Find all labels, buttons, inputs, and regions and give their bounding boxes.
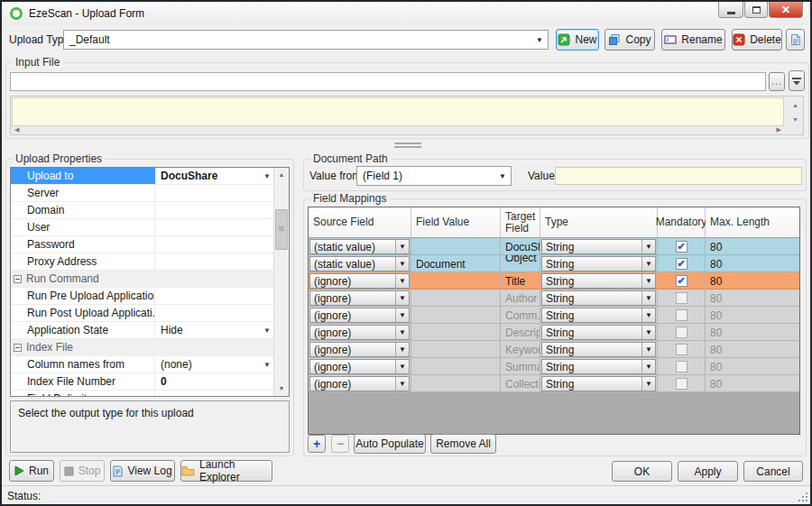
source-field-select[interactable]: (ignore)▼ — [309, 325, 410, 340]
chevron-down-icon[interactable]: ▼ — [395, 343, 409, 356]
source-field-select[interactable]: (ignore)▼ — [309, 290, 410, 306]
property-value[interactable] — [155, 236, 273, 253]
column-header-target-field[interactable]: Target Field — [501, 207, 540, 238]
collapse-minus-icon[interactable] — [14, 275, 22, 283]
chevron-down-icon[interactable]: ▼ — [641, 343, 655, 356]
chevron-down-icon[interactable]: ▼ — [395, 274, 409, 288]
maximize-button[interactable] — [744, 2, 768, 18]
chevron-down-icon[interactable]: ▼ — [395, 291, 409, 305]
splitter-handle[interactable] — [394, 143, 421, 149]
field-value-cell[interactable] — [411, 375, 501, 392]
scrollbar-thumb[interactable] — [275, 209, 288, 250]
property-group-row[interactable]: Run Command — [11, 271, 273, 288]
source-field-select[interactable]: (ignore)▼ — [309, 376, 410, 391]
property-value[interactable] — [155, 202, 273, 218]
type-select[interactable]: String▼ — [541, 342, 656, 357]
collapse-minus-icon[interactable] — [14, 344, 22, 352]
upload-doc-button[interactable] — [786, 29, 805, 51]
mandatory-checkbox[interactable] — [676, 327, 687, 338]
mandatory-checkbox[interactable] — [676, 361, 687, 373]
new-button[interactable]: New — [556, 29, 599, 51]
upload-type-select[interactable]: _Default ▼ — [63, 30, 549, 50]
type-select[interactable]: String▼ — [541, 290, 656, 306]
property-name[interactable]: Run Post Upload Applicati... — [11, 305, 155, 321]
chevron-down-icon[interactable]: ▼ — [395, 360, 409, 373]
property-name[interactable]: Index File Number — [11, 373, 155, 390]
ok-button[interactable]: OK — [612, 461, 672, 482]
target-field-cell[interactable]: Object ... — [501, 255, 540, 272]
scroll-right-icon[interactable]: ▶ — [777, 126, 781, 133]
cancel-button[interactable]: Cancel — [743, 461, 803, 482]
launch-explorer-button[interactable]: Launch Explorer — [180, 460, 272, 482]
scroll-up-icon[interactable]: ▲ — [792, 102, 798, 108]
property-name[interactable]: Server — [11, 185, 155, 201]
source-field-select[interactable]: (ignore)▼ — [309, 342, 410, 357]
max-length-cell[interactable]: 80 — [706, 255, 799, 272]
scroll-left-icon[interactable]: ◀ — [14, 126, 19, 133]
mandatory-checkbox[interactable] — [676, 309, 687, 321]
scroll-up-icon[interactable]: ▲ — [274, 168, 289, 182]
type-select[interactable]: String▼ — [541, 376, 656, 391]
property-name[interactable]: Proxy Address — [11, 253, 155, 270]
max-length-cell[interactable]: 80 — [706, 290, 799, 307]
source-field-select[interactable]: (static value)▼ — [309, 256, 410, 271]
column-header-field-value[interactable]: Field Value — [411, 207, 501, 238]
type-select[interactable]: String▼ — [541, 273, 656, 289]
document-path-value-field[interactable] — [555, 167, 802, 185]
field-value-cell[interactable] — [411, 238, 501, 255]
chevron-down-icon[interactable]: ▼ — [395, 240, 409, 253]
property-value[interactable] — [155, 219, 273, 235]
type-select[interactable]: String▼ — [541, 359, 656, 374]
field-value-cell[interactable] — [411, 324, 501, 341]
add-row-button[interactable]: + — [308, 435, 326, 453]
property-name[interactable]: Column names from — [11, 356, 155, 373]
chevron-down-icon[interactable]: ▼ — [641, 274, 655, 288]
target-field-cell[interactable]: Keywor... — [501, 341, 540, 358]
column-header-max-length[interactable]: Max. Length — [706, 207, 799, 238]
chevron-down-icon[interactable]: ▼ — [641, 257, 655, 271]
apply-button[interactable]: Apply — [678, 461, 738, 482]
max-length-cell[interactable]: 80 — [706, 307, 799, 324]
chevron-down-icon[interactable]: ▼ — [641, 240, 655, 253]
close-button[interactable]: ✕ — [769, 2, 803, 18]
max-length-cell[interactable]: 80 — [706, 358, 799, 375]
scroll-down-icon[interactable]: ▼ — [792, 116, 798, 123]
property-value[interactable] — [155, 185, 273, 201]
field-value-cell[interactable] — [411, 307, 501, 324]
field-value-cell[interactable] — [411, 272, 501, 290]
type-select[interactable]: String▼ — [541, 239, 656, 254]
minimize-button[interactable] — [718, 2, 743, 18]
target-field-cell[interactable]: Summa... — [501, 358, 540, 375]
mandatory-checkbox[interactable] — [676, 378, 687, 390]
property-value[interactable]: 0 — [155, 373, 273, 390]
auto-populate-button[interactable]: Auto Populate — [354, 434, 426, 454]
remove-all-button[interactable]: Remove All — [430, 434, 496, 454]
property-name[interactable]: Password — [11, 236, 155, 253]
chevron-down-icon[interactable]: ▼ — [263, 327, 271, 335]
chevron-down-icon[interactable]: ▼ — [641, 326, 655, 339]
file-filter-button[interactable] — [789, 70, 805, 91]
input-file-list[interactable]: ▲ ▼ ◀ ▶ — [10, 96, 804, 135]
field-value-cell[interactable]: Document — [411, 255, 501, 272]
remove-row-button[interactable]: − — [331, 435, 349, 453]
max-length-cell[interactable]: 80 — [706, 238, 799, 255]
mandatory-checkbox[interactable]: ✔ — [676, 258, 687, 270]
type-select[interactable]: String▼ — [541, 308, 656, 323]
target-field-cell[interactable]: Author — [501, 290, 540, 307]
rename-button[interactable]: Rename — [661, 29, 725, 51]
max-length-cell[interactable]: 80 — [706, 375, 799, 392]
mandatory-checkbox[interactable]: ✔ — [676, 241, 687, 253]
type-select[interactable]: String▼ — [541, 256, 656, 271]
source-field-select[interactable]: (static value)▼ — [309, 239, 410, 254]
column-header-type[interactable]: Type — [540, 207, 658, 238]
column-header-mandatory[interactable]: Mandatory — [658, 207, 706, 238]
max-length-cell[interactable]: 80 — [706, 324, 799, 341]
chevron-down-icon[interactable]: ▼ — [395, 326, 409, 339]
property-value[interactable]: (none)▼ — [155, 356, 273, 373]
input-file-field[interactable] — [10, 72, 766, 91]
view-log-button[interactable]: View Log — [110, 460, 175, 482]
input-file-list-view[interactable] — [12, 97, 784, 126]
delete-button[interactable]: Delete — [732, 29, 782, 51]
chevron-down-icon[interactable]: ▼ — [263, 172, 271, 180]
property-name[interactable]: User — [11, 219, 155, 235]
